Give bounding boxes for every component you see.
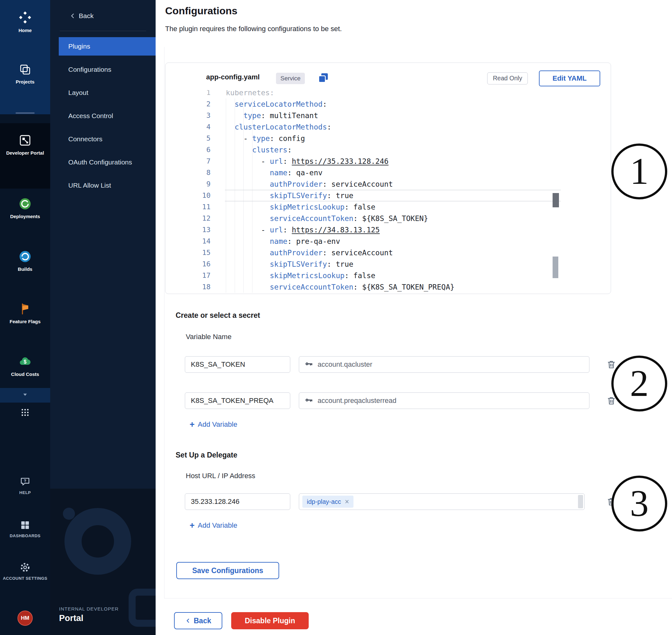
plus-icon: + bbox=[190, 420, 195, 429]
variable-name-input[interactable] bbox=[185, 392, 290, 409]
disable-plugin-button[interactable]: Disable Plugin bbox=[231, 612, 309, 629]
back-button[interactable]: Back bbox=[174, 612, 222, 629]
remove-tag-icon[interactable]: × bbox=[345, 498, 349, 505]
back-link[interactable]: Back bbox=[69, 10, 94, 22]
yaml-key: clusters bbox=[252, 144, 287, 156]
yaml-value: multiTenant bbox=[269, 110, 318, 121]
yaml-key: serviceAccountToken bbox=[269, 213, 353, 224]
code-line: 18 serviceAccountToken: ${K8S_SA_TOKEN_P… bbox=[166, 281, 611, 293]
yaml-value: pre-qa-env bbox=[296, 236, 340, 247]
code-line: 4 clusterLocatorMethods: bbox=[166, 121, 611, 133]
user-avatar[interactable]: HM bbox=[18, 611, 33, 626]
rail-collapse-control[interactable] bbox=[0, 388, 50, 402]
nav-label: Feature Flags bbox=[0, 319, 50, 325]
code-line: 11 skipMetricsLookup: false bbox=[166, 201, 611, 213]
add-variable-link[interactable]: + Add Variable bbox=[190, 420, 237, 429]
brand-title: Portal bbox=[59, 613, 119, 623]
sidebar-item-plugins[interactable]: Plugins bbox=[59, 37, 156, 56]
back-label: Back bbox=[79, 12, 94, 20]
yaml-key: type bbox=[252, 133, 269, 144]
yaml-key: serviceLocatorMethod bbox=[235, 98, 323, 110]
yaml-value: https://34.83.13.125 bbox=[292, 224, 380, 236]
nav-help[interactable]: ? HELP bbox=[0, 476, 50, 496]
yaml-key: authProvider bbox=[269, 178, 322, 190]
sidebar-item-layout[interactable]: Layout bbox=[59, 84, 156, 102]
nav-builds[interactable]: Builds bbox=[0, 250, 50, 272]
variable-name-input[interactable] bbox=[185, 356, 290, 373]
code-line: 2 serviceLocatorMethod: bbox=[166, 98, 611, 110]
service-badge: Service bbox=[276, 73, 305, 84]
nav-feature-flags[interactable]: Feature Flags bbox=[0, 303, 50, 325]
add-variable-label: Add Variable bbox=[198, 420, 237, 429]
secret-select[interactable]: account.qacluster bbox=[299, 356, 589, 373]
line-number: 4 bbox=[166, 121, 226, 133]
code-line: 1kubernetes: bbox=[166, 90, 611, 98]
module-nav: Home Projects Developer Portal Deploymen… bbox=[0, 0, 50, 635]
rail-divider bbox=[16, 112, 35, 114]
nav-label: HELP bbox=[0, 490, 50, 496]
nav-developer-portal[interactable]: Developer Portal bbox=[0, 134, 50, 156]
copy-icon[interactable] bbox=[317, 72, 329, 85]
yaml-value: true bbox=[336, 259, 353, 270]
code-line: 13 - url: https://34.83.13.125 bbox=[166, 224, 611, 236]
line-number: 11 bbox=[166, 201, 226, 213]
yaml-key: kubernetes bbox=[226, 90, 269, 98]
line-number: 15 bbox=[166, 247, 226, 259]
sidebar-item-access-control[interactable]: Access Control bbox=[59, 107, 156, 125]
tag-field-scrollbar[interactable] bbox=[578, 495, 583, 508]
cloud-costs-icon: $ bbox=[19, 355, 31, 369]
file-name: app-config.yaml bbox=[206, 73, 260, 81]
page-title: Configurations bbox=[165, 5, 238, 17]
line-number: 1 bbox=[166, 90, 226, 98]
line-number: 6 bbox=[166, 144, 226, 156]
delegate-tag-field[interactable]: idp-play-acc × bbox=[299, 494, 585, 510]
editor-scrollbar-thumb[interactable] bbox=[552, 257, 558, 278]
yaml-value: ${K8S_SA_TOKEN} bbox=[362, 213, 428, 224]
chevron-left-icon bbox=[185, 618, 191, 623]
module-grid-icon[interactable] bbox=[0, 408, 50, 418]
sidebar-item-configurations[interactable]: Configurations bbox=[59, 60, 156, 79]
host-url-input[interactable] bbox=[185, 494, 290, 510]
line-number: 8 bbox=[166, 167, 226, 178]
yaml-value: ${K8S_SA_TOKEN_PREQA} bbox=[362, 281, 454, 293]
code-line: 5 - type: config bbox=[166, 133, 611, 144]
nav-label: Home bbox=[0, 27, 50, 34]
back-button-label: Back bbox=[194, 617, 211, 625]
nav-label: Developer Portal bbox=[0, 150, 50, 156]
nav-dashboards[interactable]: DASHBOARDS bbox=[0, 520, 50, 539]
code-line: 7 - url: https://35.233.128.246 bbox=[166, 156, 611, 167]
sidebar-item-oauth-configurations[interactable]: OAuth Configurations bbox=[59, 153, 156, 172]
edit-yaml-button[interactable]: Edit YAML bbox=[539, 70, 600, 86]
nav-cloud-costs[interactable]: $ Cloud Costs bbox=[0, 355, 50, 377]
sidebar-menu: Plugins Configurations Layout Access Con… bbox=[59, 37, 156, 199]
yaml-key: url bbox=[269, 224, 283, 236]
secret-select[interactable]: account.preqaclusterread bbox=[299, 392, 589, 409]
save-configurations-button[interactable]: Save Configurations bbox=[176, 562, 279, 579]
add-variable-link[interactable]: + Add Variable bbox=[190, 521, 237, 530]
delegate-section-heading: Set Up a Delegate bbox=[176, 451, 237, 459]
line-number: 7 bbox=[166, 156, 226, 167]
feature-flags-icon bbox=[19, 303, 31, 316]
yaml-code-editor[interactable]: 1kubernetes:2 serviceLocatorMethod:3 typ… bbox=[166, 90, 611, 294]
yaml-value: serviceAccount bbox=[331, 247, 393, 259]
settings-gear-icon bbox=[20, 562, 30, 574]
sidebar-item-url-allow-list[interactable]: URL Allow List bbox=[59, 176, 156, 195]
nav-home[interactable]: Home bbox=[0, 11, 50, 34]
nav-projects[interactable]: Projects bbox=[0, 64, 50, 85]
line-number: 9 bbox=[166, 178, 226, 190]
line-number: 13 bbox=[166, 224, 226, 236]
secret-value: account.preqaclusterread bbox=[318, 397, 396, 405]
editor-scrollbar-marker[interactable] bbox=[552, 193, 559, 207]
code-line: 14 name: pre-qa-env bbox=[166, 236, 611, 247]
sidebar-divider bbox=[60, 31, 146, 31]
help-icon: ? bbox=[20, 476, 30, 488]
sidebar-item-connectors[interactable]: Connectors bbox=[59, 130, 156, 148]
plugin-sidebar: Back Plugins Configurations Layout Acces… bbox=[50, 0, 156, 635]
delete-row-icon[interactable] bbox=[606, 359, 617, 370]
nav-deployments[interactable]: Deployments bbox=[0, 197, 50, 220]
yaml-key: skipMetricsLookup bbox=[269, 201, 344, 213]
nav-account-settings[interactable]: ACCOUNT SETTINGS bbox=[0, 562, 50, 581]
annotation-circle-1: 1 bbox=[611, 144, 667, 199]
yaml-key: skipTLSVerify bbox=[269, 259, 327, 270]
code-line: 6 clusters: bbox=[166, 144, 611, 156]
